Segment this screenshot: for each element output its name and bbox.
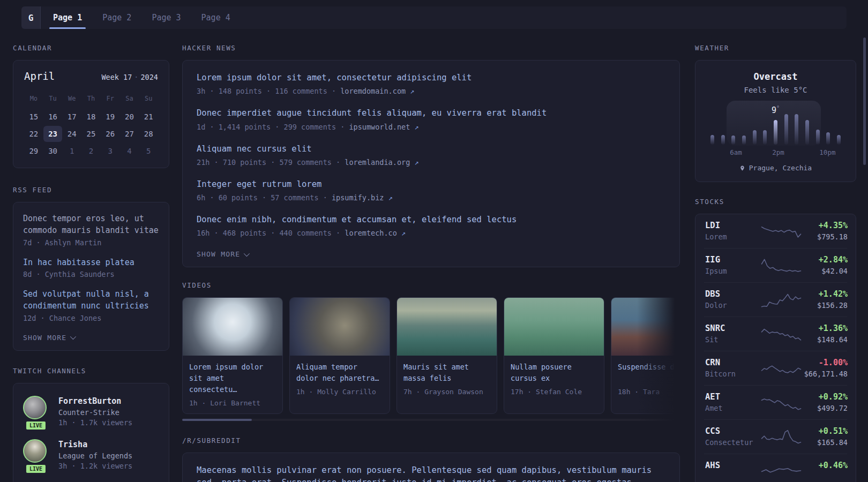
stock-row[interactable]: CRNBitcorn-1.00%$66,171.48 [704, 351, 847, 385]
vertical-scrollbar-thumb[interactable] [863, 37, 866, 165]
weather-time-label: 6am [730, 148, 742, 156]
stock-row[interactable]: AHS+0.46% [704, 454, 847, 482]
video-card[interactable]: Aliquam tempor dolor nec pharetra…1h · M… [289, 297, 390, 414]
hackernews-item-title[interactable]: Donec enim nibh, condimentum et accumsan… [197, 214, 665, 226]
stock-row[interactable]: AETAmet+0.92%$499.72 [704, 385, 847, 419]
hackernews-item-domain[interactable]: loremlandia.org [345, 158, 410, 167]
twitch-channel-row[interactable]: LIVEForrestBurtonCounter-Strike1h · 1.7k… [23, 391, 159, 434]
calendar-day[interactable]: 28 [139, 126, 158, 142]
calendar-day[interactable]: 19 [101, 109, 120, 125]
hackernews-item-title[interactable]: Aliquam nec cursus elit [197, 143, 665, 155]
rss-item-meta: 8d · Cynthia Saunders [23, 270, 159, 278]
calendar-day[interactable]: 27 [120, 126, 139, 142]
calendar-day[interactable]: 16 [43, 109, 63, 125]
calendar-day[interactable]: 15 [24, 109, 43, 125]
video-title[interactable]: Aliquam tempor dolor nec pharetra… [296, 362, 383, 384]
stock-row[interactable]: CCSConsectetur+0.51%$165.84 [704, 419, 847, 454]
hackernews-item[interactable]: Integer eget rutrum lorem6h · 60 points … [197, 178, 665, 202]
stock-values: +4.35%$795.18 [802, 221, 848, 242]
video-title[interactable]: Nullam posuere cursus ex [511, 362, 597, 384]
video-title[interactable]: Mauris sit amet massa felis [403, 362, 490, 384]
hackernews-item-domain[interactable]: loremdomain.com [340, 87, 406, 95]
hackernews-item[interactable]: Lorem ipsum dolor sit amet, consectetur … [197, 72, 665, 95]
video-card-body: Nullam posuere cursus ex17h · Stefan Col… [504, 356, 604, 402]
calendar-day-name: Sa [120, 92, 139, 108]
calendar-day[interactable]: 21 [139, 109, 158, 125]
stock-values: +0.46% [802, 461, 848, 481]
weather-bar [742, 135, 746, 145]
calendar-day[interactable]: 4 [120, 143, 139, 159]
calendar-day[interactable]: 30 [43, 143, 63, 159]
video-thumbnail [611, 298, 680, 356]
rss-item-title[interactable]: Sed volutpat nulla nisl, a condimentum n… [23, 289, 159, 312]
stock-sparkline [761, 393, 802, 412]
rss-item-title[interactable]: Donec tempor eros leo, ut commodo mauris… [23, 213, 159, 237]
rss-show-more-button[interactable]: SHOW MORE [23, 334, 74, 342]
subreddit-section-title: /R/SUBREDDIT [182, 436, 680, 445]
twitch-channel-name[interactable]: ForrestBurton [58, 396, 132, 406]
video-card[interactable]: Mauris sit amet massa felis7h · Grayson … [396, 297, 497, 414]
stock-row[interactable]: IIGIpsum+2.84%$42.04 [704, 248, 847, 282]
calendar-day[interactable]: 18 [81, 109, 101, 125]
calendar-day[interactable]: 3 [101, 143, 120, 159]
middle-column: HACKER NEWS Lorem ipsum dolor sit amet, … [182, 44, 680, 482]
hackernews-item-title[interactable]: Donec imperdiet augue tincidunt felis al… [197, 107, 665, 119]
stock-price [802, 472, 848, 481]
calendar-day[interactable]: 20 [120, 109, 139, 125]
stock-row[interactable]: LDILorem+4.35%$795.18 [704, 214, 847, 248]
hackernews-item[interactable]: Donec imperdiet augue tincidunt felis al… [197, 107, 665, 131]
video-card[interactable]: Suspendisse diam18h · Tara [611, 297, 680, 414]
stocks-widget: LDILorem+4.35%$795.18IIGIpsum+2.84%$42.0… [695, 214, 856, 482]
videos-scrollbar-thumb[interactable] [182, 419, 252, 421]
calendar-day[interactable]: 17 [62, 109, 81, 125]
rss-item-title[interactable]: In hac habitasse platea [23, 257, 159, 269]
twitch-channel-row[interactable]: LIVETrishaLeague of Legends3h · 1.2k vie… [23, 434, 159, 478]
calendar-day[interactable]: 5 [139, 143, 158, 159]
subreddit-item-title[interactable]: Maecenas mollis pulvinar erat non posuer… [197, 464, 665, 482]
hackernews-item-title[interactable]: Integer eget rutrum lorem [197, 178, 665, 191]
weather-bar [826, 132, 830, 145]
hackernews-item-domain[interactable]: ipsumify.biz [332, 193, 384, 202]
calendar-day[interactable]: 2 [81, 143, 101, 159]
subreddit-item[interactable]: Maecenas mollis pulvinar erat non posuer… [197, 464, 665, 482]
tab-label: Page 4 [201, 13, 230, 22]
weather-bar [795, 114, 798, 145]
twitch-channel-name[interactable]: Trisha [58, 440, 132, 449]
stock-row[interactable]: DBSDolor+1.42%$156.28 [704, 282, 847, 317]
hackernews-item[interactable]: Aliquam nec cursus elit21h · 710 points … [197, 143, 665, 167]
tab-label: Page 1 [53, 13, 82, 22]
video-title[interactable]: Lorem ipsum dolor sit amet consectetu… [189, 362, 276, 395]
calendar-day[interactable]: 1 [62, 143, 81, 159]
hackernews-show-more-button[interactable]: SHOW MORE [197, 250, 248, 258]
calendar-day[interactable]: 25 [81, 126, 101, 142]
rss-item-meta: 7d · Ashlyn Martin [23, 238, 159, 247]
stock-price: $42.04 [802, 267, 848, 276]
twitch-avatar-wrap: LIVE [23, 396, 49, 427]
weather-time-label: 10pm [819, 148, 835, 156]
video-title[interactable]: Suspendisse diam [618, 362, 680, 384]
stock-row[interactable]: SNRCSit+1.36%$148.64 [704, 317, 847, 351]
tab-page-4[interactable]: Page 4 [191, 6, 241, 29]
calendar-day-selected[interactable]: 23 [43, 126, 63, 142]
calendar-day[interactable]: 22 [24, 126, 43, 142]
stock-sparkline [761, 427, 802, 447]
hackernews-item[interactable]: Donec enim nibh, condimentum et accumsan… [197, 214, 665, 237]
stock-sparkline [761, 222, 802, 241]
hackernews-item-domain[interactable]: loremtech.co [345, 229, 397, 237]
tab-page-3[interactable]: Page 3 [141, 6, 191, 29]
rss-item-meta: 12d · Chance Jones [23, 314, 159, 322]
video-card[interactable]: Lorem ipsum dolor sit amet consectetu…1h… [182, 297, 283, 414]
tab-page-1[interactable]: Page 1 [43, 6, 92, 29]
hackernews-item-domain[interactable]: ipsumworld.net [349, 123, 410, 131]
video-card[interactable]: Nullam posuere cursus ex17h · Stefan Col… [504, 297, 604, 414]
calendar-day[interactable]: 24 [62, 126, 81, 142]
weather-section-title: WEATHER [695, 44, 856, 52]
stock-name: Consectetur [705, 438, 761, 447]
calendar-day[interactable]: 29 [24, 143, 43, 159]
hackernews-item-title[interactable]: Lorem ipsum dolor sit amet, consectetur … [197, 72, 665, 84]
calendar-day[interactable]: 26 [101, 126, 120, 142]
twitch-channel-row[interactable]: KendallCarr [23, 478, 159, 482]
hackernews-item-meta: 21h · 710 points · 579 comments · loreml… [197, 158, 665, 167]
tab-page-2[interactable]: Page 2 [92, 6, 141, 29]
stock-change: +0.92% [802, 392, 848, 402]
